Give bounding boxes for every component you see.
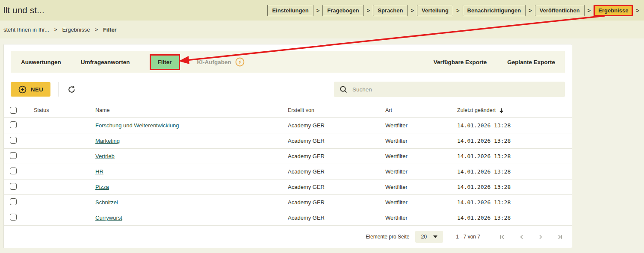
nav-item-sprachen[interactable]: Sprachen	[373, 5, 408, 16]
pager-buttons	[498, 233, 564, 241]
pagination-range: 1 - 7 von 7	[456, 234, 480, 240]
select-all-checkbox[interactable]	[10, 107, 17, 114]
table-row: Marketing Academy GER Wertfilter 14.01.2…	[4, 133, 572, 149]
search-box	[334, 82, 565, 97]
tab-ki-aufgaben-label: KI-Aufgaben	[197, 59, 231, 65]
results-tabbar: Auswertungen Umfrageanworten Filter KI-A…	[11, 51, 565, 73]
row-checkbox[interactable]	[10, 137, 17, 144]
chevron-right-icon: >	[95, 27, 97, 32]
survey-step-nav: Einstellungen > Fragebogen > Sprachen > …	[267, 5, 642, 16]
nav-item-einstellungen[interactable]: Einstellungen	[267, 5, 313, 16]
row-checkbox[interactable]	[10, 214, 17, 221]
last-page-button[interactable]	[556, 233, 564, 241]
tab-geplante-exporte[interactable]: Geplante Exporte	[507, 59, 555, 65]
created-by-cell: Academy GER	[288, 168, 385, 175]
filter-name-link[interactable]: Pizza	[95, 184, 109, 190]
table-row: Vertrieb Academy GER Wertfilter 14.01.20…	[4, 149, 572, 164]
chevron-right-icon: >	[588, 7, 591, 14]
column-header-created-by[interactable]: Erstellt von	[288, 107, 385, 113]
first-page-icon	[499, 234, 505, 240]
breadcrumb-filter: Filter	[103, 26, 117, 33]
filters-table: Status Name Erstellt von Art Zuletzt geä…	[4, 103, 572, 226]
nav-item-benachrichtigungen[interactable]: Benachrichtigungen	[463, 5, 526, 16]
filter-name-link[interactable]: Currywurst	[95, 215, 122, 221]
chevron-right-icon: >	[411, 7, 414, 14]
chevron-right-icon: >	[316, 7, 320, 14]
chevron-right-icon: >	[529, 7, 532, 14]
modified-cell: 14.01.2026 13:28	[457, 153, 572, 159]
modified-cell: 14.01.2026 13:28	[457, 138, 572, 144]
row-checkbox[interactable]	[10, 183, 17, 190]
nav-item-fragebogen[interactable]: Fragebogen	[322, 5, 363, 16]
column-header-name[interactable]: Name	[95, 107, 288, 113]
column-header-modified[interactable]: Zuletzt geändert	[457, 107, 572, 114]
table-row: Pizza Academy GER Wertfilter 14.01.2026 …	[4, 179, 572, 195]
per-page-select[interactable]: 20	[415, 231, 443, 243]
breadcrumb-ergebnisse[interactable]: Ergebnisse	[62, 26, 90, 33]
row-checkbox[interactable]	[10, 121, 17, 128]
modified-cell: 14.01.2026 13:28	[457, 215, 572, 221]
type-cell: Wertfilter	[385, 153, 457, 159]
tab-verfuegbare-exporte[interactable]: Verfügbare Exporte	[434, 59, 487, 65]
export-tabs-group: Verfügbare Exporte Geplante Exporte	[434, 59, 555, 65]
chevron-right-icon: >	[456, 7, 460, 14]
chevron-right-icon: >	[367, 7, 370, 14]
search-icon	[340, 85, 348, 94]
modified-cell: 14.01.2026 13:28	[457, 184, 572, 190]
tab-umfrageantworten[interactable]: Umfrageanworten	[81, 59, 130, 65]
type-cell: Wertfilter	[385, 184, 457, 190]
sort-desc-icon	[498, 107, 505, 114]
refresh-button[interactable]	[67, 85, 76, 94]
next-page-icon	[538, 234, 544, 240]
column-header-modified-label: Zuletzt geändert	[457, 107, 496, 113]
search-input[interactable]	[352, 86, 559, 93]
new-filter-button-label: NEU	[31, 86, 43, 93]
new-filter-button[interactable]: NEU	[11, 82, 50, 97]
next-page-button[interactable]	[537, 233, 545, 241]
type-cell: Wertfilter	[385, 138, 457, 144]
row-checkbox[interactable]	[10, 152, 17, 159]
filters-card: Auswertungen Umfrageanworten Filter KI-A…	[3, 44, 572, 248]
breadcrumb-survey[interactable]: steht Ihnen in Ihr...	[3, 26, 49, 33]
column-header-type[interactable]: Art	[385, 107, 457, 113]
prev-page-button[interactable]	[517, 233, 526, 241]
last-page-icon	[557, 234, 563, 240]
filter-name-link[interactable]: Schnitzel	[95, 199, 118, 206]
dropdown-caret-icon	[433, 235, 437, 238]
tab-auswertungen[interactable]: Auswertungen	[21, 59, 61, 65]
modified-cell: 14.01.2026 13:28	[457, 199, 572, 206]
first-page-button[interactable]	[498, 233, 506, 241]
filter-name-link[interactable]: HR	[95, 168, 103, 175]
table-row: HR Academy GER Wertfilter 14.01.2026 13:…	[4, 164, 572, 179]
refresh-icon	[67, 85, 76, 94]
type-cell: Wertfilter	[385, 199, 457, 206]
type-cell: Wertfilter	[385, 215, 457, 221]
chevron-right-icon: >	[54, 27, 57, 32]
table-row: Schnitzel Academy GER Wertfilter 14.01.2…	[4, 195, 572, 210]
type-cell: Wertfilter	[385, 122, 457, 129]
filter-toolbar: NEU	[4, 79, 572, 103]
row-checkbox[interactable]	[10, 168, 17, 174]
nav-item-ergebnisse[interactable]: Ergebnisse	[594, 5, 633, 16]
per-page-label: Elemente pro Seite	[366, 234, 409, 240]
row-checkbox[interactable]	[10, 198, 17, 205]
created-by-cell: Academy GER	[288, 199, 385, 206]
created-by-cell: Academy GER	[288, 215, 385, 221]
filter-name-link[interactable]: Vertrieb	[95, 153, 115, 159]
modified-cell: 14.01.2026 13:28	[457, 168, 572, 175]
filter-name-link[interactable]: Forschung und Weiterentwicklung	[95, 122, 179, 129]
column-header-status[interactable]: Status	[34, 107, 95, 113]
nav-item-veroeffentlichen[interactable]: Veröffentlichen	[535, 5, 585, 16]
table-row: Currywurst Academy GER Wertfilter 14.01.…	[4, 210, 572, 226]
plus-circle-icon	[18, 85, 27, 94]
tab-ki-aufgaben[interactable]: KI-Aufgaben	[197, 57, 245, 67]
filter-name-link[interactable]: Marketing	[95, 138, 120, 144]
prev-page-icon	[518, 234, 525, 240]
modified-cell: 14.01.2026 13:28	[457, 122, 572, 129]
tab-filter[interactable]: Filter	[150, 54, 180, 70]
toolbar-divider	[59, 82, 59, 97]
survey-title: llt und st...	[3, 5, 44, 15]
nav-item-verteilung[interactable]: Verteilung	[417, 5, 453, 16]
top-header: llt und st... Einstellungen > Fragebogen…	[0, 0, 644, 21]
type-cell: Wertfilter	[385, 168, 457, 175]
